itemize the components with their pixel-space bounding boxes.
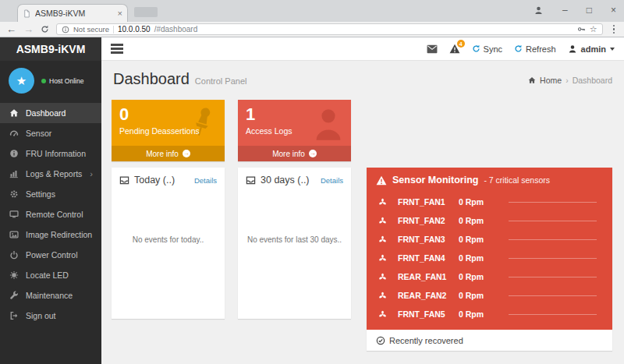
address-bar[interactable]: Not secure 10.0.0.50 /#dashboard ☆	[56, 23, 603, 35]
alert-count-badge: 4	[457, 40, 465, 48]
browser-tab[interactable]: ASMB9-iKVM ×	[17, 4, 128, 22]
sidebar-user-panel: ★ Host Online	[0, 61, 101, 100]
sidebar-item-label: Locate LED	[26, 270, 69, 280]
sidebar-item-remote-control[interactable]: Remote Control	[0, 204, 101, 224]
panel-title: 30 days (..)	[261, 175, 310, 186]
sidebar-item-image-redirection[interactable]: Image Redirection	[0, 224, 101, 245]
window-minimize-icon[interactable]: –	[562, 3, 568, 17]
user-label: admin	[581, 44, 606, 54]
forward-button[interactable]: →	[23, 23, 34, 37]
warning-icon	[376, 175, 387, 186]
reload-button[interactable]	[41, 25, 49, 34]
sidebar-item-sign-out[interactable]: Sign out	[0, 306, 101, 326]
sensor-row[interactable]: REAR_FAN2 0 Rpm	[367, 286, 612, 305]
led-icon	[9, 270, 19, 280]
key-icon[interactable]	[577, 25, 586, 34]
sensor-panel-subtitle: - 7 critical sensors	[484, 175, 550, 185]
sync-label: Sync	[484, 44, 502, 54]
sensor-value: 0 Rpm	[459, 253, 504, 263]
today-events-panel: Today (..) Details No events for today..	[112, 168, 225, 319]
sensor-sparkline	[509, 239, 597, 240]
host-online-dot	[41, 79, 46, 83]
sidebar-toggle-icon[interactable]	[111, 44, 123, 54]
sync-button[interactable]: Sync	[472, 44, 502, 54]
breadcrumb-current: Dashboard	[573, 76, 612, 85]
page-favicon-icon	[23, 9, 31, 19]
sync-icon	[472, 44, 480, 53]
sensor-row[interactable]: FRNT_FAN3 0 Rpm	[367, 230, 612, 249]
alerts-button[interactable]: 4	[449, 44, 460, 54]
chevron-right-icon: ›	[90, 169, 93, 178]
arrow-circle-icon: →	[183, 150, 190, 157]
sensor-name: REAR_FAN1	[398, 272, 459, 281]
sensor-value: 0 Rpm	[459, 235, 504, 244]
sidebar-item-label: Settings	[26, 189, 55, 199]
app-topbar: 4 Sync Refresh admin	[101, 37, 624, 61]
image-icon	[9, 230, 19, 239]
host-status-label: Host Online	[49, 77, 83, 85]
sensor-row[interactable]: FRNT_FAN5 0 Rpm	[367, 305, 612, 323]
refresh-button[interactable]: Refresh	[514, 44, 556, 54]
sensor-sparkline	[509, 202, 597, 203]
fan-icon	[378, 217, 387, 225]
messages-icon[interactable]	[427, 44, 438, 54]
fan-icon	[378, 292, 387, 300]
fan-icon	[378, 198, 387, 207]
sidebar-item-maintenance[interactable]: Maintenance	[0, 285, 101, 306]
monitor-icon	[9, 210, 19, 219]
bookmark-star-icon[interactable]: ☆	[590, 24, 597, 34]
sidebar-item-locate-led[interactable]: Locate LED	[0, 265, 101, 285]
sensor-row[interactable]: REAR_FAN1 0 Rpm	[367, 267, 612, 286]
access-logs-card[interactable]: 1 Access Logs More info →	[238, 100, 351, 161]
sidebar-item-sensor[interactable]: Sensor	[0, 123, 101, 143]
sensor-monitoring-panel: Sensor Monitoring - 7 critical sensors F…	[367, 168, 612, 351]
pushpin-icon	[186, 104, 220, 142]
sidebar-item-power-control[interactable]: Power Control	[0, 245, 101, 265]
user-icon	[568, 44, 577, 54]
sidebar-item-logs-reports[interactable]: Logs & Reports ›	[0, 164, 101, 184]
browser-profile-icon[interactable]	[534, 5, 544, 16]
new-tab-button[interactable]	[134, 7, 158, 17]
breadcrumb-home[interactable]: Home	[540, 76, 562, 85]
sidebar-item-label: Image Redirection	[26, 230, 92, 239]
home-icon	[9, 108, 19, 118]
recently-recovered-bar[interactable]: Recently recovered	[367, 330, 612, 351]
browser-menu-icon[interactable]	[610, 23, 619, 36]
star-icon: ★	[16, 74, 27, 88]
window-maximize-icon[interactable]: □	[587, 3, 592, 17]
fan-icon	[378, 310, 387, 319]
sensor-row[interactable]: FRNT_FAN4 0 Rpm	[367, 249, 612, 267]
sensor-panel-title: Sensor Monitoring	[392, 175, 478, 186]
inbox-icon	[246, 175, 256, 185]
breadcrumb-separator: ›	[566, 76, 569, 85]
info-circle-icon	[9, 149, 19, 158]
pending-deassertions-card[interactable]: 0 Pending Deassertions More info →	[112, 100, 225, 161]
more-info-link[interactable]: More info →	[238, 146, 351, 161]
sensor-name: FRNT_FAN3	[398, 235, 459, 244]
back-button[interactable]: ←	[6, 23, 16, 37]
sensor-sparkline	[509, 295, 597, 296]
sidebar-item-settings[interactable]: Settings	[0, 184, 101, 204]
sensor-sparkline	[509, 221, 597, 221]
arrow-circle-icon: →	[309, 150, 317, 157]
sensor-name: FRNT_FAN4	[398, 253, 459, 263]
details-link[interactable]: Details	[321, 176, 343, 185]
details-link[interactable]: Details	[194, 176, 217, 185]
sensor-row[interactable]: FRNT_FAN1 0 Rpm	[367, 193, 612, 211]
browser-tab-strip: ASMB9-iKVM × – □ ×	[0, 0, 624, 22]
sidebar-item-label: Dashboard	[26, 108, 66, 118]
empty-message: No events for last 30 days..	[247, 235, 342, 244]
info-icon[interactable]	[62, 26, 69, 34]
user-menu[interactable]: admin	[568, 44, 615, 54]
sidebar-item-fru-information[interactable]: FRU Information	[0, 143, 101, 164]
window-close-icon[interactable]: ×	[611, 3, 616, 17]
app-brand: ASMB9-iKVM	[0, 37, 101, 61]
sidebar-item-label: Maintenance	[26, 291, 73, 300]
sidebar-item-dashboard[interactable]: Dashboard	[0, 103, 101, 123]
more-info-link[interactable]: More info →	[112, 146, 225, 161]
avatar: ★	[9, 68, 34, 94]
fan-icon	[378, 254, 387, 263]
browser-toolbar: ← → Not secure 10.0.0.50 /#dashboard ☆	[0, 22, 624, 37]
tab-close-icon[interactable]: ×	[118, 9, 122, 18]
sensor-row[interactable]: FRNT_FAN2 0 Rpm	[367, 211, 612, 230]
